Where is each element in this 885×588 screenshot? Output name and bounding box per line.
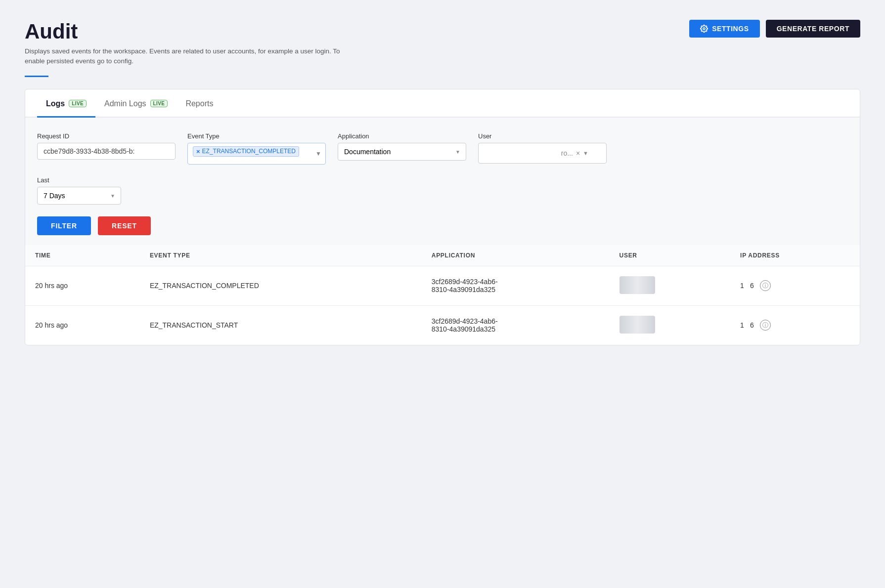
col-application: APPLICATION <box>422 245 610 266</box>
action-buttons: FILTER RESET <box>37 216 848 235</box>
application-group: Application Documentation <box>338 132 466 161</box>
row1-info-icon[interactable]: ⓘ <box>760 280 771 291</box>
tab-admin-logs[interactable]: Admin Logs LIVE <box>95 89 177 118</box>
row2-ip-part2: 6 <box>750 321 754 329</box>
row2-user <box>610 305 731 345</box>
row1-application: 3cf2689d-4923-4ab6-8310-4a39091da325 <box>422 266 610 305</box>
row1-ip-part1: 1 <box>740 282 744 290</box>
tab-logs[interactable]: Logs LIVE <box>37 89 95 118</box>
header-left: Audit Displays saved events for the work… <box>25 20 361 67</box>
user-clear-button[interactable]: × <box>576 149 580 157</box>
settings-button[interactable]: SETTINGS <box>689 20 760 38</box>
request-id-input[interactable] <box>37 143 176 160</box>
event-type-tag-label: EZ_TRANSACTION_COMPLETED <box>202 148 296 155</box>
filter-button[interactable]: FILTER <box>37 216 91 235</box>
row2-ip-part1: 1 <box>740 321 744 329</box>
section-divider <box>25 76 48 77</box>
row1-ip-info: 1 6 ⓘ <box>740 280 850 291</box>
user-select-wrapper: ro... × ▼ <box>478 143 607 164</box>
generate-report-button[interactable]: GENERATE REPORT <box>766 20 860 38</box>
table-row: 20 hrs ago EZ_TRANSACTION_COMPLETED 3cf2… <box>25 266 860 305</box>
tabs-container: Logs LIVE Admin Logs LIVE Reports <box>25 89 860 118</box>
user-dropdown-arrow[interactable]: ▼ <box>583 150 588 156</box>
svg-point-0 <box>703 28 705 30</box>
filters-section: Request ID Event Type × EZ_TRANSACTION_C… <box>25 118 860 245</box>
main-card: Logs LIVE Admin Logs LIVE Reports Reques… <box>25 89 860 345</box>
results-table: TIME EVENT TYPE APPLICATION USER IP ADDR… <box>25 245 860 345</box>
user-avatar-placeholder <box>620 276 655 294</box>
row2-ip: 1 6 ⓘ <box>730 305 860 345</box>
last-filter-group: Last 7 Days 1 Day 30 Days 90 Days <box>37 176 848 205</box>
col-user: USER <box>610 245 731 266</box>
settings-label: SETTINGS <box>712 25 749 33</box>
request-id-label: Request ID <box>37 132 176 140</box>
logs-live-badge: LIVE <box>69 100 87 107</box>
request-id-group: Request ID <box>37 132 176 160</box>
row2-info-icon[interactable]: ⓘ <box>760 320 771 331</box>
header-actions: SETTINGS GENERATE REPORT <box>689 20 860 38</box>
tab-reports[interactable]: Reports <box>177 89 222 118</box>
table-header: TIME EVENT TYPE APPLICATION USER IP ADDR… <box>25 245 860 266</box>
event-type-selector[interactable]: × EZ_TRANSACTION_COMPLETED ▼ <box>187 143 326 165</box>
table-row: 20 hrs ago EZ_TRANSACTION_START 3cf2689d… <box>25 305 860 345</box>
application-select[interactable]: Documentation <box>338 143 466 161</box>
col-event-type: EVENT TYPE <box>140 245 422 266</box>
table-body: 20 hrs ago EZ_TRANSACTION_COMPLETED 3cf2… <box>25 266 860 345</box>
reset-button[interactable]: RESET <box>98 216 151 235</box>
page-header: Audit Displays saved events for the work… <box>25 20 860 67</box>
row1-ip: 1 6 ⓘ <box>730 266 860 305</box>
user-select-field[interactable]: ro... × ▼ <box>478 143 607 164</box>
event-type-dropdown-arrow[interactable]: ▼ <box>315 150 321 157</box>
event-type-group: Event Type × EZ_TRANSACTION_COMPLETED ▼ <box>187 132 326 165</box>
gear-icon <box>700 25 708 33</box>
event-type-select-box[interactable]: × EZ_TRANSACTION_COMPLETED ▼ <box>187 143 326 165</box>
admin-logs-live-badge: LIVE <box>150 100 168 107</box>
table-header-row: TIME EVENT TYPE APPLICATION USER IP ADDR… <box>25 245 860 266</box>
last-select-wrapper: 7 Days 1 Day 30 Days 90 Days <box>37 187 121 205</box>
user-value-display: ro... <box>561 149 573 157</box>
row2-application: 3cf2689d-4923-4ab6-8310-4a39091da325 <box>422 305 610 345</box>
tab-admin-logs-label: Admin Logs <box>104 99 146 108</box>
page-description: Displays saved events for the workspace.… <box>25 46 361 67</box>
event-type-tag: × EZ_TRANSACTION_COMPLETED <box>193 146 299 157</box>
tab-reports-label: Reports <box>185 99 213 108</box>
last-label: Last <box>37 176 848 184</box>
row1-time: 20 hrs ago <box>25 266 140 305</box>
row2-ip-info: 1 6 ⓘ <box>740 320 850 331</box>
application-select-wrapper: Documentation <box>338 143 466 161</box>
row2-time: 20 hrs ago <box>25 305 140 345</box>
last-select[interactable]: 7 Days 1 Day 30 Days 90 Days <box>37 187 121 205</box>
filters-row-top: Request ID Event Type × EZ_TRANSACTION_C… <box>37 132 848 165</box>
col-time: TIME <box>25 245 140 266</box>
row1-event-type: EZ_TRANSACTION_COMPLETED <box>140 266 422 305</box>
event-type-tag-remove[interactable]: × <box>196 148 200 155</box>
tab-logs-label: Logs <box>46 99 65 108</box>
col-ip-address: IP ADDRESS <box>730 245 860 266</box>
results-table-container: TIME EVENT TYPE APPLICATION USER IP ADDR… <box>25 245 860 345</box>
user-avatar-placeholder <box>620 316 655 334</box>
row1-user <box>610 266 731 305</box>
user-group: User ro... × ▼ <box>478 132 607 164</box>
row2-event-type: EZ_TRANSACTION_START <box>140 305 422 345</box>
user-label: User <box>478 132 607 140</box>
row1-ip-part2: 6 <box>750 282 754 290</box>
event-type-label: Event Type <box>187 132 326 140</box>
page-title: Audit <box>25 20 361 43</box>
application-label: Application <box>338 132 466 140</box>
